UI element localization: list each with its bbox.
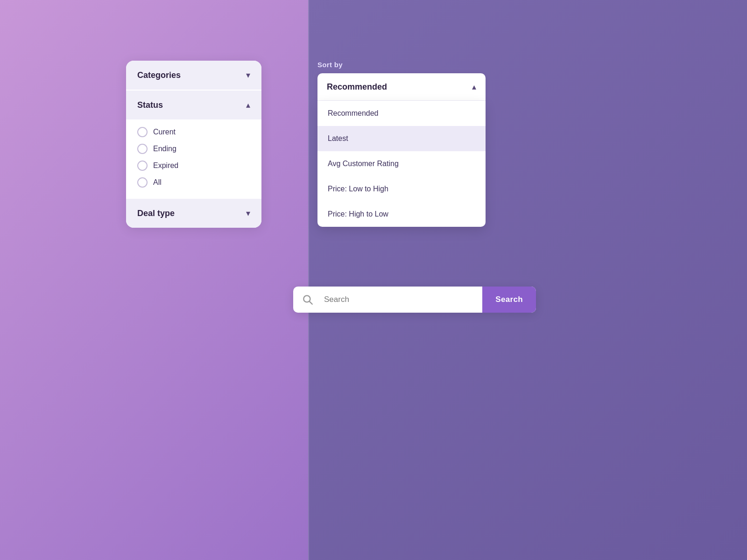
status-current-label: Curent	[153, 128, 176, 136]
sort-option-price-low[interactable]: Price: Low to High	[317, 176, 486, 202]
categories-chevron-icon: ▾	[246, 70, 250, 80]
categories-section-header[interactable]: Categories ▾	[126, 61, 261, 90]
status-label: Status	[137, 100, 163, 110]
sort-chevron-icon: ▴	[472, 82, 476, 92]
status-option-current[interactable]: Curent	[137, 127, 250, 137]
sort-dropdown-menu: Recommended Latest Avg Customer Rating P…	[317, 101, 486, 227]
status-chevron-icon: ▴	[246, 100, 250, 110]
search-input[interactable]	[320, 287, 482, 313]
status-option-expired[interactable]: Expired	[137, 161, 250, 171]
search-container: Search	[293, 287, 536, 313]
search-icon-wrap	[293, 294, 320, 306]
status-options: Curent Ending Expired All	[126, 119, 261, 199]
search-button[interactable]: Search	[482, 287, 536, 313]
search-icon	[302, 294, 314, 306]
status-all-label: All	[153, 178, 162, 187]
sort-dropdown-trigger[interactable]: Recommended ▴	[317, 73, 486, 101]
radio-current[interactable]	[137, 127, 148, 137]
svg-line-1	[310, 301, 312, 304]
status-ending-label: Ending	[153, 145, 176, 153]
filter-card: Categories ▾ Status ▴ Curent Ending Expi…	[126, 61, 261, 228]
deal-type-chevron-icon: ▾	[246, 208, 250, 218]
deal-type-section-header[interactable]: Deal type ▾	[126, 199, 261, 228]
status-section-header[interactable]: Status ▴	[126, 91, 261, 119]
sort-option-price-high[interactable]: Price: High to Low	[317, 202, 486, 227]
sort-option-latest[interactable]: Latest	[317, 126, 486, 151]
main-content: Categories ▾ Status ▴ Curent Ending Expi…	[0, 0, 747, 560]
status-expired-label: Expired	[153, 161, 178, 170]
sort-option-avg-rating[interactable]: Avg Customer Rating	[317, 151, 486, 176]
sort-area: Sort by Recommended ▴ Recommended Latest…	[317, 61, 486, 227]
categories-label: Categories	[137, 70, 181, 80]
deal-type-label: Deal type	[137, 209, 175, 218]
status-option-all[interactable]: All	[137, 177, 250, 188]
search-bar: Search	[293, 287, 536, 313]
sort-option-recommended[interactable]: Recommended	[317, 101, 486, 126]
sort-label: Sort by	[317, 61, 486, 69]
radio-ending[interactable]	[137, 144, 148, 154]
radio-all[interactable]	[137, 177, 148, 188]
radio-expired[interactable]	[137, 161, 148, 171]
status-option-ending[interactable]: Ending	[137, 144, 250, 154]
sort-current-value: Recommended	[327, 82, 387, 92]
